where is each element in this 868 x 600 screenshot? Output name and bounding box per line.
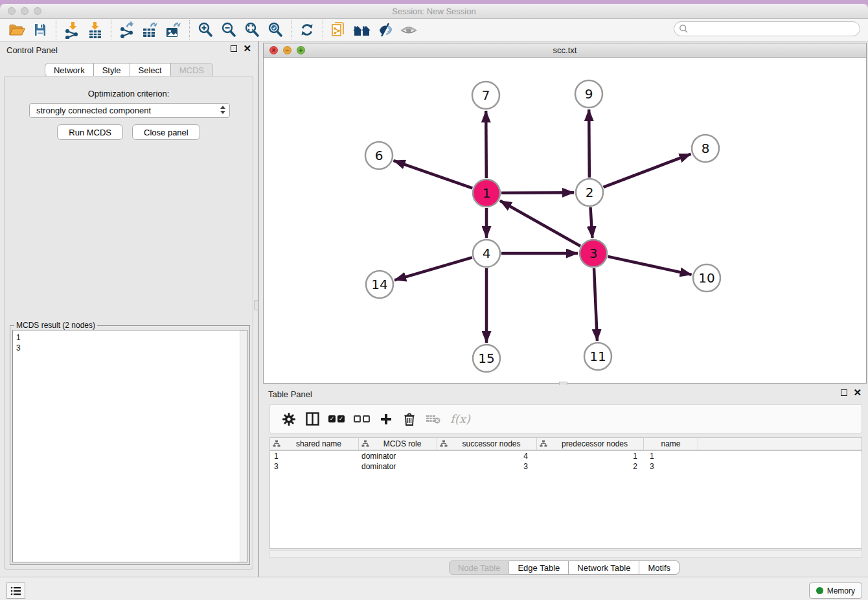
- task-history-button[interactable]: [6, 583, 25, 599]
- criterion-value: strongly connected component: [36, 106, 151, 115]
- graph-node-4[interactable]: 4: [473, 240, 500, 267]
- edge-3-1[interactable]: [500, 201, 580, 246]
- column-header-shared-name[interactable]: shared name: [270, 438, 359, 450]
- edge-3-10[interactable]: [608, 257, 691, 275]
- table-settings-gear-icon[interactable]: [282, 410, 296, 429]
- export-network-icon[interactable]: [115, 20, 139, 40]
- table-cell[interactable]: 1: [537, 451, 644, 461]
- tab-motifs[interactable]: Motifs: [639, 560, 680, 575]
- graph-node-3[interactable]: 3: [580, 240, 607, 267]
- tab-network-table[interactable]: Network Table: [569, 560, 639, 575]
- graph-node-15[interactable]: 15: [473, 345, 500, 372]
- network-canvas[interactable]: 7968124314101511: [264, 58, 866, 383]
- mcds-result-text[interactable]: 1 3: [12, 330, 247, 562]
- svg-text:6: 6: [375, 148, 383, 163]
- edge-2-9[interactable]: [589, 110, 589, 178]
- edge-3-11[interactable]: [594, 268, 597, 341]
- export-image-icon[interactable]: [162, 20, 185, 40]
- delete-column-icon[interactable]: [402, 410, 417, 429]
- table-cell[interactable]: 3: [644, 461, 698, 472]
- tab-style[interactable]: Style: [94, 63, 130, 77]
- import-network-icon[interactable]: [60, 20, 84, 40]
- table-cell[interactable]: 1: [644, 451, 698, 461]
- table-cell[interactable]: dominator: [359, 461, 437, 472]
- zoom-fit-icon[interactable]: [240, 20, 264, 40]
- network-view-window: × − + scc.txt 7968124314101511: [263, 43, 867, 384]
- select-all-columns-icon[interactable]: ✓✓: [328, 410, 345, 429]
- close-panel-button[interactable]: Close panel: [132, 124, 200, 140]
- graph-node-11[interactable]: 11: [584, 343, 611, 370]
- run-mcds-button[interactable]: Run MCDS: [57, 124, 123, 140]
- graph-node-8[interactable]: 8: [692, 135, 719, 162]
- close-panel-icon[interactable]: ✕: [243, 45, 251, 52]
- node-table[interactable]: shared nameMCDS rolesuccessor nodesprede…: [269, 437, 862, 549]
- clone-network-icon[interactable]: [327, 20, 350, 40]
- column-header-name[interactable]: name: [644, 438, 698, 450]
- tab-node-table[interactable]: Node Table: [449, 560, 510, 575]
- table-cell[interactable]: 3: [270, 461, 359, 472]
- column-header-successor-nodes[interactable]: successor nodes: [437, 438, 537, 450]
- table-panel: Table Panel ✕ ✓✓: [260, 385, 868, 577]
- network-window-titlebar[interactable]: × − + scc.txt: [264, 43, 866, 58]
- graph-node-1[interactable]: 1: [473, 179, 500, 207]
- style-preview-icon[interactable]: [374, 20, 397, 40]
- column-label: name: [646, 439, 695, 448]
- criterion-dropdown[interactable]: strongly connected component: [29, 103, 230, 118]
- graph-node-7[interactable]: 7: [472, 82, 499, 109]
- unselect-all-columns-icon[interactable]: [354, 410, 370, 429]
- zoom-out-icon[interactable]: [217, 20, 240, 40]
- svg-text:3: 3: [589, 246, 598, 261]
- table-cell[interactable]: 3: [437, 461, 537, 472]
- main-titlebar[interactable]: Session: New Session: [0, 4, 868, 19]
- float-table-panel-icon[interactable]: [841, 389, 847, 396]
- tab-network[interactable]: Network: [45, 63, 94, 77]
- graph-node-6[interactable]: 6: [365, 142, 393, 169]
- home-icon[interactable]: [350, 20, 374, 40]
- tab-edge-table[interactable]: Edge Table: [509, 560, 569, 575]
- open-file-icon[interactable]: [5, 20, 29, 40]
- graph-node-14[interactable]: 14: [366, 271, 393, 298]
- zoom-selected-icon[interactable]: [264, 20, 287, 40]
- result-scrollbar[interactable]: [240, 330, 247, 562]
- table-tabs: Node Table Edge Table Network Table Moti…: [260, 560, 868, 575]
- panel-splitter-handle[interactable]: [254, 300, 258, 310]
- table-cell[interactable]: dominator: [359, 451, 437, 461]
- memory-button[interactable]: Memory: [809, 583, 862, 599]
- import-table-icon[interactable]: [84, 20, 107, 40]
- eye-icon[interactable]: [397, 20, 420, 40]
- mcds-result-group: MCDS result (2 nodes) 1 3: [10, 325, 250, 565]
- graph-node-9[interactable]: 9: [575, 80, 602, 108]
- tab-mcds[interactable]: MCDS: [171, 63, 213, 77]
- svg-text:1: 1: [483, 185, 491, 201]
- save-session-icon[interactable]: [29, 20, 52, 40]
- edge-1-6[interactable]: [394, 161, 473, 188]
- graph-node-10[interactable]: 10: [693, 264, 720, 292]
- search-input[interactable]: [689, 24, 851, 34]
- close-table-panel-icon[interactable]: ✕: [853, 389, 862, 397]
- table-hscrollbar[interactable]: [269, 550, 862, 558]
- zoom-in-icon[interactable]: [194, 20, 217, 40]
- tab-select[interactable]: Select: [130, 63, 171, 77]
- table-row[interactable]: 3dominator323: [270, 461, 862, 472]
- export-table-icon[interactable]: [139, 20, 162, 40]
- refresh-icon[interactable]: [295, 20, 319, 40]
- edge-2-3[interactable]: [590, 207, 592, 238]
- edge-2-8[interactable]: [604, 154, 691, 187]
- edge-1-7[interactable]: [486, 111, 486, 178]
- table-cell[interactable]: 4: [437, 451, 537, 461]
- column-label: shared name: [282, 439, 356, 448]
- search-field[interactable]: [674, 21, 860, 36]
- show-columns-icon[interactable]: [305, 410, 319, 429]
- add-column-icon[interactable]: [379, 410, 393, 429]
- column-header-MCDS-role[interactable]: MCDS role: [359, 438, 437, 450]
- column-header-predecessor-nodes[interactable]: predecessor nodes: [537, 438, 644, 450]
- svg-text:14: 14: [371, 277, 387, 292]
- toolbar-separator: [291, 20, 291, 40]
- table-row[interactable]: 1dominator411: [270, 451, 862, 461]
- table-cell[interactable]: 1: [270, 451, 359, 461]
- edge-1-2[interactable]: [501, 192, 574, 193]
- float-panel-icon[interactable]: [231, 45, 237, 52]
- graph-node-2[interactable]: 2: [576, 179, 603, 206]
- table-cell[interactable]: 2: [537, 461, 644, 472]
- edge-4-14[interactable]: [394, 257, 472, 280]
